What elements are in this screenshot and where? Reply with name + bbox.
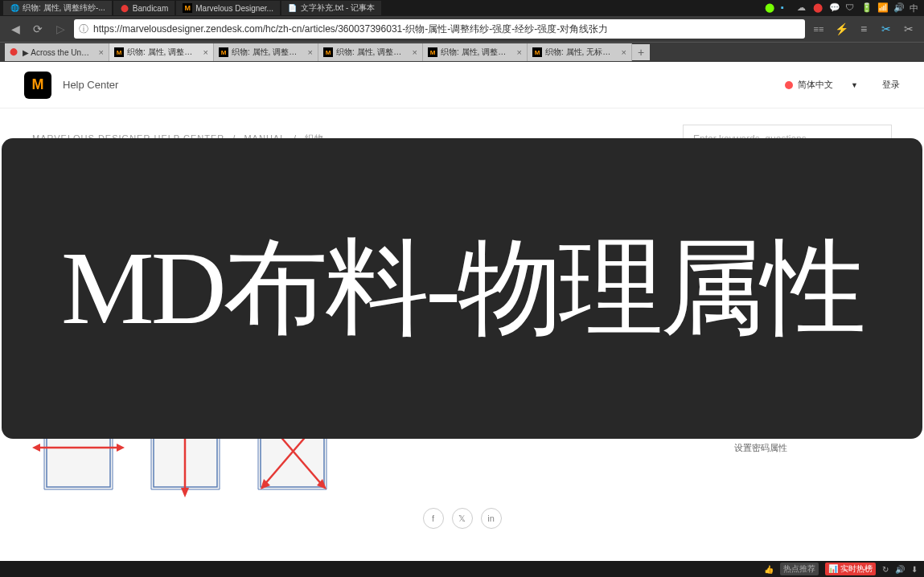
screenshot-icon[interactable]: ✂ bbox=[877, 20, 895, 38]
svg-marker-3 bbox=[117, 444, 125, 452]
md-icon: M bbox=[183, 3, 192, 13]
taskbar-label: 文字补充.txt - 记事本 bbox=[301, 2, 375, 14]
tab-label: 织物: 属性, 调整纬纱-强... bbox=[127, 47, 199, 58]
video-overlay: MD布料-物理属性 bbox=[2, 138, 922, 439]
browser-tab[interactable]: M 织物: 属性, 调整变形强度... × bbox=[423, 43, 528, 61]
menu-button[interactable]: ≡ bbox=[855, 20, 873, 38]
lang-dot-icon bbox=[785, 81, 793, 89]
thumbs-up-icon[interactable]: 👍 bbox=[764, 565, 774, 574]
notepad-icon: 📄 bbox=[288, 3, 298, 13]
md-icon: M bbox=[219, 47, 228, 57]
browser-tab[interactable]: M 织物: 属性, 无标题 – Ma... × bbox=[528, 43, 632, 61]
browser-tab[interactable]: ⬤ ▶ Across the Unex... × bbox=[5, 43, 109, 61]
language-selector[interactable]: 简体中文 ▼ bbox=[785, 79, 858, 91]
close-icon[interactable]: × bbox=[515, 47, 524, 57]
taskbar-label: Marvelous Designer... bbox=[195, 4, 273, 13]
browser-toolbar: ◀ ⟳ ▷ ⓘ https://marvelousdesigner.zendes… bbox=[0, 16, 924, 43]
download-icon[interactable]: ⬇ bbox=[911, 565, 918, 574]
lang-indicator[interactable]: 中 bbox=[910, 2, 921, 14]
taskbar-item[interactable]: 📄 文字补充.txt - 记事本 bbox=[281, 1, 381, 15]
svg-marker-2 bbox=[32, 444, 40, 452]
bottom-toolbar: 👍 热点推荐 📊 实时热榜 ↻ 🔊 ⬇ bbox=[0, 561, 924, 577]
network-icon[interactable]: 📶 bbox=[877, 2, 889, 14]
forward-button[interactable]: ▷ bbox=[51, 20, 69, 38]
taskbar-item[interactable]: 🌐 织物: 属性, 调整纬纱-... bbox=[3, 1, 112, 15]
system-tray: ⬤ ▪ ☁ ⬤ 💬 🛡 🔋 📶 🔊 中 bbox=[765, 2, 921, 14]
play-icon: ⬤ bbox=[10, 47, 19, 57]
back-button[interactable]: ◀ bbox=[6, 20, 24, 38]
close-icon[interactable]: × bbox=[202, 47, 210, 57]
taskbar-label: 织物: 属性, 调整纬纱-... bbox=[23, 2, 105, 14]
address-bar[interactable]: ⓘ https://marvelousdesigner.zendesk.com/… bbox=[74, 19, 805, 39]
os-taskbar: 🌐 织物: 属性, 调整纬纱-... ⬤ Bandicam M Marvelou… bbox=[0, 0, 924, 16]
sidebar-item[interactable]: 设置密码属性 bbox=[723, 437, 892, 459]
login-link[interactable]: 登录 bbox=[882, 79, 900, 91]
site-info-icon[interactable]: ⓘ bbox=[79, 23, 88, 36]
reload-button[interactable]: ⟳ bbox=[29, 20, 47, 38]
browser-tabs: ⬤ ▶ Across the Unex... × M 织物: 属性, 调整纬纱-… bbox=[0, 43, 924, 62]
tab-label: 织物: 属性, 调整经纬纱... bbox=[232, 47, 303, 58]
taskbar-apps: 🌐 织物: 属性, 调整纬纱-... ⬤ Bandicam M Marvelou… bbox=[3, 1, 381, 15]
tray-icon[interactable]: ⬤ bbox=[813, 2, 824, 14]
wechat-icon[interactable]: 💬 bbox=[829, 2, 840, 14]
tray-icon[interactable]: ⬤ bbox=[765, 2, 776, 14]
shield-icon[interactable]: 🛡 bbox=[845, 2, 856, 14]
tab-label: ▶ Across the Unex... bbox=[23, 48, 94, 57]
share-buttons: f 𝕏 in bbox=[423, 508, 502, 529]
taskbar-label: Bandicam bbox=[133, 4, 168, 13]
overlay-title: MD布料-物理属性 bbox=[61, 218, 863, 359]
lang-label: 简体中文 bbox=[798, 79, 833, 91]
tray-icon[interactable]: ▪ bbox=[781, 2, 792, 14]
help-center-link[interactable]: Help Center bbox=[63, 79, 118, 91]
app-icon: 🌐 bbox=[10, 3, 19, 13]
svg-marker-7 bbox=[181, 488, 189, 497]
volume-icon[interactable]: 🔊 bbox=[893, 2, 905, 14]
close-icon[interactable]: × bbox=[306, 47, 314, 57]
new-tab-button[interactable]: + bbox=[632, 44, 650, 60]
twitter-share-button[interactable]: 𝕏 bbox=[452, 508, 473, 529]
url-text: https://marvelousdesigner.zendesk.com/hc… bbox=[93, 23, 800, 36]
tab-label: 织物: 属性, 调整变形率... bbox=[336, 47, 408, 58]
md-icon: M bbox=[532, 47, 542, 57]
battery-icon[interactable]: 🔋 bbox=[861, 2, 873, 14]
close-icon[interactable]: × bbox=[97, 47, 105, 57]
chevron-down-icon: ▼ bbox=[851, 81, 858, 89]
close-icon[interactable]: × bbox=[620, 47, 628, 57]
tab-label: 织物: 属性, 调整变形强度... bbox=[441, 47, 512, 58]
bandicam-icon: ⬤ bbox=[120, 3, 129, 13]
logo[interactable]: M bbox=[24, 72, 51, 99]
linkedin-share-button[interactable]: in bbox=[481, 508, 502, 529]
extensions-icon[interactable]: ≡≡ bbox=[810, 20, 827, 38]
hot-recommend-button[interactable]: 热点推荐 bbox=[780, 563, 819, 575]
md-icon: M bbox=[323, 47, 333, 57]
speed-icon[interactable]: ⚡ bbox=[832, 20, 850, 38]
browser-tab-active[interactable]: M 织物: 属性, 调整纬纱-强... × bbox=[109, 43, 214, 61]
volume-icon[interactable]: 🔊 bbox=[895, 565, 905, 574]
tab-label: 织物: 属性, 无标题 – Ma... bbox=[545, 47, 617, 58]
hot-rank-button[interactable]: 📊 实时热榜 bbox=[825, 563, 876, 575]
facebook-share-button[interactable]: f bbox=[423, 508, 444, 529]
browser-tab[interactable]: M 织物: 属性, 调整经纬纱... × bbox=[214, 43, 318, 61]
md-icon: M bbox=[114, 47, 124, 57]
refresh-icon[interactable]: ↻ bbox=[882, 565, 889, 574]
close-icon[interactable]: × bbox=[411, 47, 419, 57]
taskbar-item[interactable]: M Marvelous Designer... bbox=[176, 1, 280, 15]
md-icon: M bbox=[428, 47, 437, 57]
tools-icon[interactable]: ✂ bbox=[900, 20, 918, 38]
cloud-icon[interactable]: ☁ bbox=[797, 2, 808, 14]
taskbar-item[interactable]: ⬤ Bandicam bbox=[113, 1, 175, 15]
site-header: M Help Center 简体中文 ▼ 登录 bbox=[0, 62, 924, 108]
browser-tab[interactable]: M 织物: 属性, 调整变形率... × bbox=[318, 43, 423, 61]
